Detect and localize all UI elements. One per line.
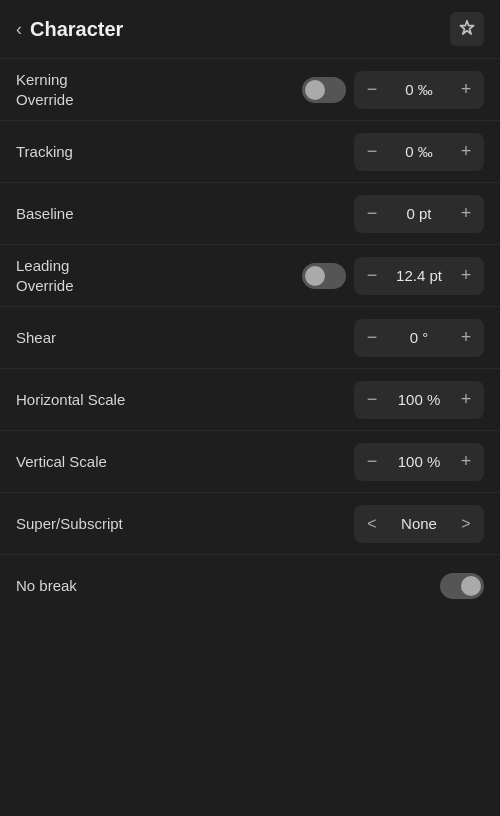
vertical-scale-label: Vertical Scale [16,452,354,472]
kerning-override-label: KerningOverride [16,70,302,109]
kerning-override-toggle[interactable] [302,77,346,103]
shear-minus[interactable]: − [354,319,390,357]
header-left: ‹ Character [16,18,123,41]
leading-override-value: 12.4 pt [390,267,448,284]
shear-row: Shear − 0 ° + [0,307,500,369]
super-subscript-prev[interactable]: < [354,505,390,543]
shear-control: − 0 ° + [354,319,484,357]
super-subscript-label: Super/Subscript [16,514,354,534]
no-break-toggle[interactable] [440,573,484,599]
shear-label: Shear [16,328,354,348]
leading-override-plus[interactable]: + [448,257,484,295]
kerning-override-minus[interactable]: − [354,71,390,109]
leading-override-toggle-knob [305,266,325,286]
tracking-row: Tracking − 0 ‰ + [0,121,500,183]
tracking-control: − 0 ‰ + [354,133,484,171]
tracking-value: 0 ‰ [390,143,448,160]
super-subscript-value: None [390,515,448,532]
baseline-control: − 0 pt + [354,195,484,233]
baseline-label: Baseline [16,204,354,224]
kerning-override-control: − 0 ‰ + [354,71,484,109]
vertical-scale-row: Vertical Scale − 100 % + [0,431,500,493]
horizontal-scale-row: Horizontal Scale − 100 % + [0,369,500,431]
horizontal-scale-label: Horizontal Scale [16,390,354,410]
kerning-override-plus[interactable]: + [448,71,484,109]
horizontal-scale-plus[interactable]: + [448,381,484,419]
leading-override-toggle-wrap [302,263,346,289]
horizontal-scale-minus[interactable]: − [354,381,390,419]
tracking-plus[interactable]: + [448,133,484,171]
kerning-override-value: 0 ‰ [390,81,448,98]
leading-override-control: − 12.4 pt + [354,257,484,295]
leading-override-toggle[interactable] [302,263,346,289]
no-break-toggle-knob [461,576,481,596]
kerning-override-toggle-knob [305,80,325,100]
horizontal-scale-value: 100 % [390,391,448,408]
back-button[interactable]: ‹ [16,19,22,40]
baseline-value: 0 pt [390,205,448,222]
kerning-override-row: KerningOverride − 0 ‰ + [0,59,500,121]
vertical-scale-control: − 100 % + [354,443,484,481]
baseline-row: Baseline − 0 pt + [0,183,500,245]
baseline-minus[interactable]: − [354,195,390,233]
shear-value: 0 ° [390,329,448,346]
no-break-label: No break [16,576,440,596]
tracking-label: Tracking [16,142,354,162]
kerning-override-toggle-wrap [302,77,346,103]
tracking-minus[interactable]: − [354,133,390,171]
horizontal-scale-control: − 100 % + [354,381,484,419]
super-subscript-row: Super/Subscript < None > [0,493,500,555]
super-subscript-next[interactable]: > [448,505,484,543]
super-subscript-control: < None > [354,505,484,543]
pin-button[interactable] [450,12,484,46]
vertical-scale-plus[interactable]: + [448,443,484,481]
panel-title: Character [30,18,123,41]
shear-plus[interactable]: + [448,319,484,357]
leading-override-row: LeadingOverride − 12.4 pt + [0,245,500,307]
vertical-scale-value: 100 % [390,453,448,470]
leading-override-minus[interactable]: − [354,257,390,295]
leading-override-label: LeadingOverride [16,256,302,295]
vertical-scale-minus[interactable]: − [354,443,390,481]
no-break-row: No break [0,555,500,617]
baseline-plus[interactable]: + [448,195,484,233]
panel-header: ‹ Character [0,0,500,59]
